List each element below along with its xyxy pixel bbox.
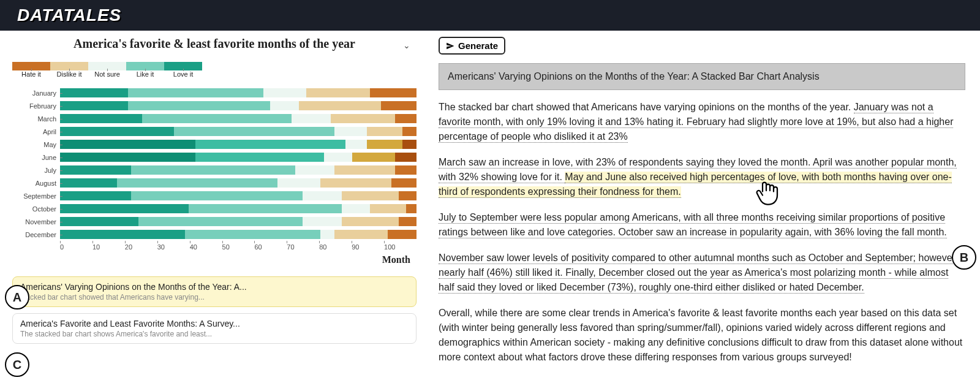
x-tick: 100 bbox=[384, 243, 417, 251]
chart-segment bbox=[324, 153, 353, 162]
narrative-p4[interactable]: November saw lower levels of positivity … bbox=[439, 251, 965, 295]
x-tick: 50 bbox=[222, 243, 255, 251]
chart-segment bbox=[342, 191, 399, 200]
chart-segment bbox=[277, 178, 320, 188]
chart-row-label: March bbox=[12, 115, 60, 123]
narrative-title: Americans' Varying Opinions on the Month… bbox=[439, 63, 965, 90]
chart-row[interactable]: March bbox=[12, 112, 417, 125]
app-header: DATATALES bbox=[0, 0, 980, 31]
chart-legend: Hate itDislike itNot sureLike itLove it bbox=[12, 62, 417, 78]
chart-row-bar bbox=[60, 88, 417, 97]
chart-row-label: November bbox=[12, 218, 60, 226]
chart-segment bbox=[270, 101, 299, 110]
chart-row-bar bbox=[60, 217, 417, 226]
chart-segment bbox=[60, 217, 138, 226]
chart-segment bbox=[263, 88, 306, 97]
chart-segment bbox=[320, 230, 334, 239]
x-tick: 70 bbox=[287, 243, 319, 251]
chart-segment bbox=[60, 165, 131, 175]
chart-segment bbox=[60, 114, 142, 123]
left-panel: America's favorite & least favorite mont… bbox=[0, 31, 429, 388]
chart-row-label: December bbox=[12, 231, 60, 238]
chart-row-label: January bbox=[12, 89, 60, 97]
chart-segment bbox=[60, 191, 131, 200]
chart-segment bbox=[367, 140, 402, 149]
x-tick: 40 bbox=[190, 243, 222, 251]
chart-segment bbox=[195, 140, 345, 149]
chart-segment bbox=[174, 127, 334, 136]
send-icon bbox=[446, 42, 454, 50]
chart-row-bar bbox=[60, 178, 417, 188]
generate-button[interactable]: Generate bbox=[439, 37, 505, 55]
chart-row-label: June bbox=[12, 154, 60, 161]
chart-row[interactable]: November bbox=[12, 215, 417, 228]
chart-segment bbox=[352, 153, 395, 162]
chart-segment bbox=[334, 230, 388, 239]
chart-segment bbox=[402, 140, 417, 149]
chart-row[interactable]: May bbox=[12, 138, 417, 151]
x-tick: 90 bbox=[352, 243, 384, 251]
narrative-p2[interactable]: March saw an increase in love, with 23% … bbox=[439, 155, 965, 199]
chart-segment bbox=[402, 127, 417, 136]
chart-segment bbox=[292, 114, 331, 123]
chart-row[interactable]: April bbox=[12, 125, 417, 138]
chart-segment bbox=[60, 101, 128, 110]
suggestion-card[interactable]: America's Favorite and Least Favorite Mo… bbox=[12, 313, 417, 344]
x-tick: 80 bbox=[319, 243, 352, 251]
chart-row[interactable]: September bbox=[12, 189, 417, 202]
chart-row-label: October bbox=[12, 205, 60, 213]
chart-row-bar bbox=[60, 230, 417, 239]
suggestion-card[interactable]: Americans' Varying Opinions on the Month… bbox=[12, 276, 417, 307]
chart-row-bar bbox=[60, 165, 417, 175]
chart-segment bbox=[395, 153, 417, 162]
chart-area: JanuaryFebruaryMarchAprilMayJuneJulyAugu… bbox=[12, 86, 417, 241]
narrative-span: Overall, while there are some clear tren… bbox=[439, 308, 962, 362]
chart-row-label: July bbox=[12, 167, 60, 174]
chart-row[interactable]: August bbox=[12, 177, 417, 189]
right-panel: Generate Americans' Varying Opinions on … bbox=[429, 31, 980, 388]
narrative-body: The stacked bar chart showed that Americ… bbox=[439, 100, 965, 365]
legend-label: Love it bbox=[164, 70, 202, 78]
narrative-linked-span[interactable]: November saw lower levels of positivity … bbox=[439, 252, 956, 294]
chart-segment bbox=[334, 127, 366, 136]
chart-x-axis: 0102030405060708090100 bbox=[60, 243, 417, 251]
chart-row-label: May bbox=[12, 141, 60, 148]
chart-segment bbox=[128, 101, 271, 110]
chart-segment bbox=[391, 178, 417, 188]
chart-row[interactable]: June bbox=[12, 151, 417, 164]
x-tick: 10 bbox=[92, 243, 125, 251]
chart-segment bbox=[388, 230, 417, 239]
suggestion-card-title: Americans' Varying Opinions on the Month… bbox=[20, 282, 409, 292]
chart-segment bbox=[60, 140, 195, 149]
narrative-linked-span[interactable]: July to September were less popular amon… bbox=[439, 212, 947, 238]
chart-row-bar bbox=[60, 204, 417, 213]
app-logo: DATATALES bbox=[17, 6, 121, 25]
chart-row[interactable]: January bbox=[12, 86, 417, 99]
chart-row-label: April bbox=[12, 128, 60, 135]
chart-row[interactable]: October bbox=[12, 202, 417, 215]
x-tick: 20 bbox=[125, 243, 157, 251]
chart-segment bbox=[299, 101, 381, 110]
chart-segment bbox=[399, 191, 417, 200]
chart-segment bbox=[303, 217, 342, 226]
chart-segment bbox=[306, 88, 371, 97]
chart-segment bbox=[128, 88, 263, 97]
legend-label: Not sure bbox=[88, 70, 126, 78]
legend-label: Dislike it bbox=[50, 70, 88, 78]
chart-segment bbox=[395, 114, 417, 123]
chart-segment bbox=[334, 165, 395, 175]
chart-segment bbox=[367, 127, 402, 136]
x-tick: 30 bbox=[157, 243, 190, 251]
chart-segment bbox=[60, 153, 195, 162]
narrative-p3[interactable]: July to September were less popular amon… bbox=[439, 210, 965, 240]
suggestion-card-sub: stacked bar chart showed that Americans … bbox=[20, 293, 409, 302]
chart-row[interactable]: December bbox=[12, 228, 417, 241]
narrative-p1[interactable]: The stacked bar chart showed that Americ… bbox=[439, 100, 965, 144]
chart-segment bbox=[131, 165, 295, 175]
x-tick: 0 bbox=[60, 243, 92, 251]
chart-segment bbox=[138, 217, 303, 226]
chart-row[interactable]: February bbox=[12, 99, 417, 112]
chart-row[interactable]: July bbox=[12, 164, 417, 177]
chart-segment bbox=[320, 178, 391, 188]
chart-collapse-toggle[interactable]: ⌄ bbox=[403, 40, 410, 50]
